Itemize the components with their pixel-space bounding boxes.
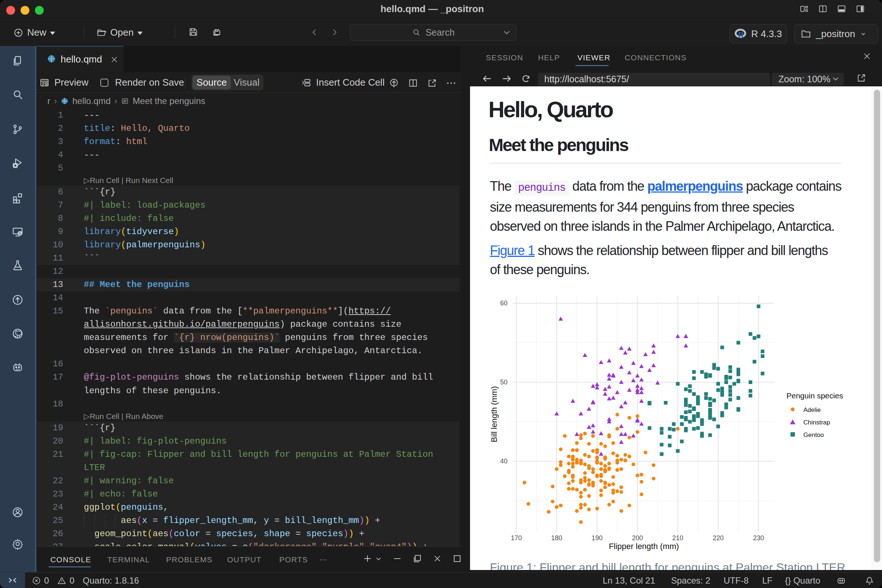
svg-text:40: 40 (500, 458, 507, 465)
svg-text:Penguin species: Penguin species (786, 392, 843, 400)
svg-text:210: 210 (672, 534, 683, 542)
svg-text:180: 180 (551, 534, 562, 542)
svg-text:Flipper length (mm): Flipper length (mm) (609, 542, 679, 551)
svg-text:Adelie: Adelie (803, 406, 820, 413)
svg-text:Gentoo: Gentoo (803, 432, 824, 438)
svg-text:50: 50 (500, 378, 507, 386)
svg-text:230: 230 (753, 534, 764, 542)
svg-text:170: 170 (511, 534, 522, 542)
svg-text:Chinstrap: Chinstrap (803, 419, 830, 426)
svg-text:Bill length (mm): Bill length (mm) (489, 386, 499, 442)
svg-text:200: 200 (632, 534, 643, 542)
svg-text:190: 190 (592, 534, 603, 542)
svg-text:220: 220 (712, 534, 724, 542)
svg-text:60: 60 (500, 300, 507, 307)
